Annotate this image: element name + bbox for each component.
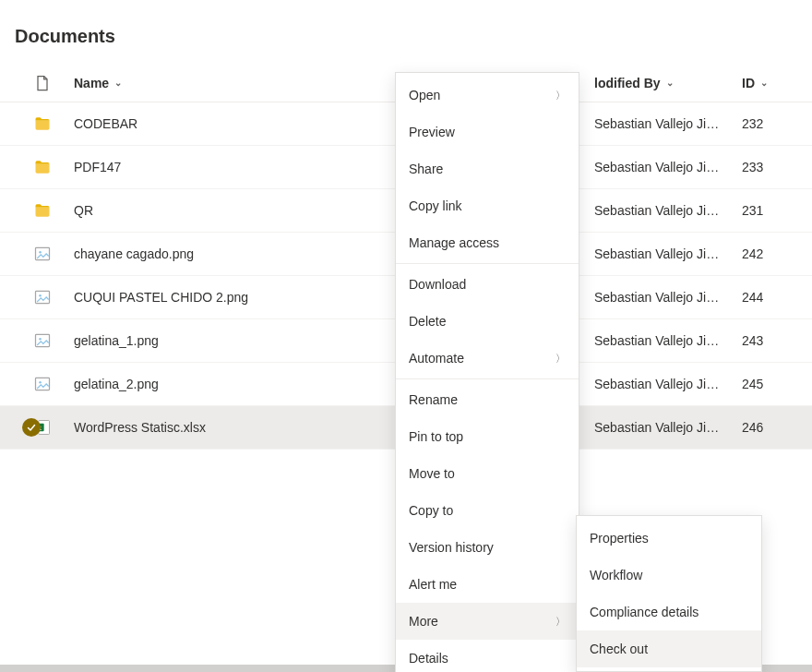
menu-download[interactable]: Download <box>396 266 579 303</box>
row-name[interactable]: CODEBAR <box>74 116 137 131</box>
page-title: Documents <box>0 0 812 64</box>
file-icon <box>33 74 52 92</box>
row-id: 232 <box>742 116 763 131</box>
row-type-icon <box>33 201 74 220</box>
row-type-icon <box>33 288 74 306</box>
chevron-right-icon: 〉 <box>555 615 566 629</box>
row-id: 245 <box>742 377 763 391</box>
menu-more[interactable]: More〉 <box>396 603 579 640</box>
row-name[interactable]: gelatina_1.png <box>74 333 159 348</box>
menu-pin-to-top[interactable]: Pin to top <box>396 418 579 455</box>
row-type-icon <box>33 375 74 393</box>
row-modified-by: Sebastian Vallejo Jime... <box>594 420 723 435</box>
row-name[interactable]: chayane cagado.png <box>74 246 194 261</box>
menu-delete[interactable]: Delete <box>396 303 579 340</box>
row-name[interactable]: gelatina_2.png <box>74 377 159 391</box>
menu-open[interactable]: Open〉 <box>396 77 579 114</box>
menu-share[interactable]: Share <box>396 150 579 187</box>
row-id: 242 <box>742 246 763 261</box>
selected-check-icon <box>22 418 41 437</box>
row-id: 244 <box>742 290 763 305</box>
row-type-icon <box>33 114 74 133</box>
row-modified-by: Sebastian Vallejo Jime... <box>594 290 723 305</box>
chevron-right-icon: 〉 <box>555 352 566 366</box>
menu-separator <box>396 263 579 264</box>
submenu-check-out[interactable]: Check out <box>577 630 761 667</box>
row-name[interactable]: PDF147 <box>74 160 121 174</box>
row-type-icon <box>33 245 74 263</box>
chevron-down-icon: ⌄ <box>666 78 674 88</box>
row-modified-by: Sebastian Vallejo Jime... <box>594 377 723 391</box>
chevron-right-icon: 〉 <box>555 89 566 102</box>
row-id: 243 <box>742 333 763 348</box>
menu-preview[interactable]: Preview <box>396 114 579 150</box>
row-type-icon <box>33 158 74 176</box>
submenu-workflow[interactable]: Workflow <box>577 557 761 594</box>
row-id: 233 <box>742 160 763 174</box>
submenu-properties[interactable]: Properties <box>577 520 761 557</box>
row-name[interactable]: WordPress Statisc.xlsx <box>74 420 206 435</box>
menu-manage-access[interactable]: Manage access <box>396 224 579 261</box>
menu-details[interactable]: Details <box>396 640 579 672</box>
context-submenu: Properties Workflow Compliance details C… <box>576 515 762 672</box>
row-modified-by: Sebastian Vallejo Jime... <box>594 203 723 218</box>
menu-automate[interactable]: Automate〉 <box>396 340 579 377</box>
menu-rename[interactable]: Rename <box>396 381 579 418</box>
col-icon-header[interactable] <box>33 74 74 92</box>
menu-alert-me[interactable]: Alert me <box>396 566 579 603</box>
row-id: 246 <box>742 420 763 435</box>
menu-move-to[interactable]: Move to <box>396 455 579 492</box>
context-menu: Open〉 Preview Share Copy link Manage acc… <box>395 72 579 672</box>
svg-point-5 <box>39 338 42 341</box>
row-name[interactable]: QR <box>74 203 93 218</box>
col-modified-by-header[interactable]: lodified By ⌄ <box>594 76 742 90</box>
row-name[interactable]: CUQUI PASTEL CHIDO 2.png <box>74 290 248 305</box>
menu-copy-link[interactable]: Copy link <box>396 187 579 224</box>
row-modified-by: Sebastian Vallejo Jime... <box>594 160 723 174</box>
chevron-down-icon: ⌄ <box>114 78 122 88</box>
col-modified-by-label: lodified By <box>594 76 661 90</box>
col-name-label: Name <box>74 76 109 90</box>
menu-version-history[interactable]: Version history <box>396 529 579 566</box>
row-modified-by: Sebastian Vallejo Jime... <box>594 333 723 348</box>
menu-copy-to[interactable]: Copy to <box>396 492 579 529</box>
svg-point-3 <box>39 294 42 297</box>
svg-point-1 <box>39 251 42 254</box>
row-modified-by: Sebastian Vallejo Jime... <box>594 246 723 261</box>
menu-separator <box>396 378 579 379</box>
svg-point-7 <box>39 381 42 384</box>
row-modified-by: Sebastian Vallejo Jime... <box>594 116 723 131</box>
col-id-header[interactable]: ID ⌄ <box>742 76 812 90</box>
col-id-label: ID <box>742 76 755 90</box>
row-type-icon <box>33 331 74 350</box>
chevron-down-icon: ⌄ <box>760 78 768 88</box>
submenu-compliance-details[interactable]: Compliance details <box>577 594 761 630</box>
row-id: 231 <box>742 203 763 218</box>
